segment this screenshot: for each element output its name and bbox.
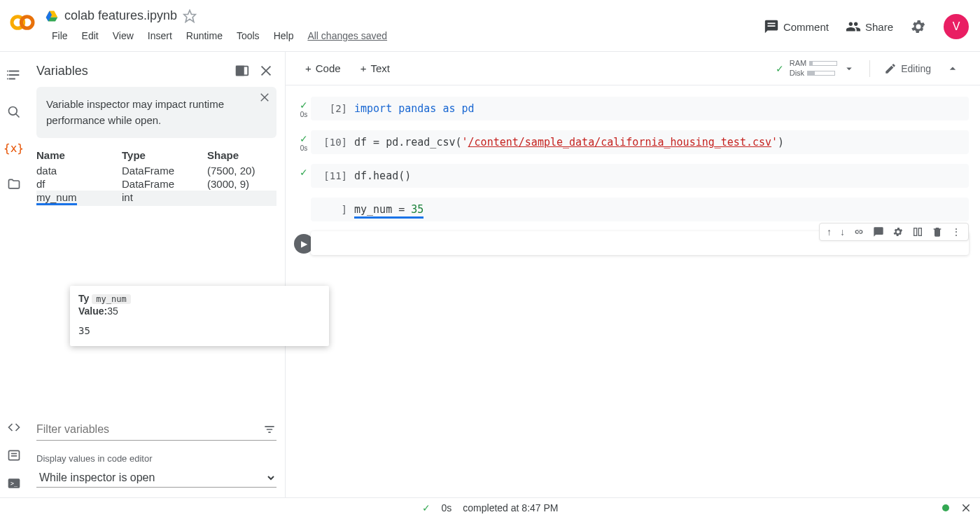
resource-indicator[interactable]: ✓ RAM Disk <box>776 59 855 77</box>
menu-file[interactable]: File <box>45 27 75 44</box>
files-icon[interactable] <box>7 177 21 191</box>
close-panel-icon[interactable] <box>258 63 274 78</box>
cell-settings-icon[interactable] <box>892 226 904 237</box>
filter-icon[interactable] <box>262 422 276 436</box>
check-icon: ✓ <box>300 133 308 144</box>
variable-tooltip: Tymy_num Value:35 35 <box>70 286 329 346</box>
col-name: Name <box>36 149 122 161</box>
code-cell-active[interactable]: ↑ ↓ ⋮ ▶ <box>297 231 969 255</box>
comment-cell-icon[interactable] <box>873 226 884 237</box>
variables-table: Name Type Shape data DataFrame (7500, 20… <box>28 146 285 206</box>
variable-name-chip: my_num <box>92 294 130 304</box>
move-down-icon[interactable]: ↓ <box>840 226 845 237</box>
code-content[interactable]: df = pd.read_csv('/content/sample_data/c… <box>354 136 784 149</box>
status-message: completed at 8:47 PM <box>463 502 558 513</box>
check-icon: ✓ <box>422 502 430 513</box>
pencil-icon <box>884 62 897 75</box>
user-avatar[interactable]: V <box>944 14 969 39</box>
share-button[interactable]: Share <box>846 19 893 34</box>
svg-rect-23 <box>918 228 921 236</box>
filter-variables-input[interactable] <box>36 419 262 440</box>
code-cell[interactable]: ✓0s [10]df = pd.read_csv('/content/sampl… <box>297 130 969 154</box>
notebook-toolbar: +Code +Text ✓ RAM Disk Editing <box>286 52 980 85</box>
var-row[interactable]: my_num int <box>36 191 276 206</box>
menu-tools[interactable]: Tools <box>230 27 267 44</box>
panel-title: Variables <box>36 64 226 78</box>
menu-runtime[interactable]: Runtime <box>179 27 230 44</box>
popout-icon[interactable] <box>234 63 250 78</box>
save-status[interactable]: All changes saved <box>300 27 394 44</box>
menu-insert[interactable]: Insert <box>141 27 179 44</box>
code-snippets-icon[interactable] <box>7 420 21 434</box>
settings-icon[interactable] <box>910 18 927 35</box>
warning-box: Variable inspector may impact runtime pe… <box>36 87 276 138</box>
menu-help[interactable]: Help <box>267 27 301 44</box>
menu-view[interactable]: View <box>106 27 141 44</box>
left-rail: {x} >_ <box>0 52 28 497</box>
check-icon: ✓ <box>300 99 308 111</box>
colab-logo-icon <box>8 8 36 36</box>
comment-icon <box>764 19 779 34</box>
close-warning-icon[interactable] <box>258 91 271 104</box>
close-status-icon[interactable] <box>960 502 972 513</box>
svg-rect-22 <box>914 228 917 236</box>
code-content[interactable]: import pandas as pd <box>354 102 475 115</box>
notebook-area: +Code +Text ✓ RAM Disk Editing ✓0s [2]i <box>286 52 980 497</box>
var-row[interactable]: data DataFrame (7500, 20) <box>36 164 276 177</box>
status-bar: ✓ 0s completed at 8:47 PM <box>0 497 980 517</box>
collapse-toolbar-icon[interactable] <box>939 58 966 79</box>
cell-action-toolbar: ↑ ↓ ⋮ <box>819 223 969 241</box>
code-content[interactable]: df.head() <box>354 170 411 182</box>
link-icon[interactable] <box>853 226 864 237</box>
move-up-icon[interactable]: ↑ <box>827 226 832 237</box>
delete-cell-icon[interactable] <box>932 226 943 237</box>
connection-status-icon[interactable] <box>942 504 949 511</box>
code-content[interactable] <box>319 237 326 249</box>
col-type: Type <box>122 149 207 161</box>
code-cell[interactable]: ✓0s [2]import pandas as pd <box>297 97 969 120</box>
mirror-cell-icon[interactable] <box>912 226 923 237</box>
star-icon[interactable] <box>183 9 197 23</box>
menu-bar: File Edit View Insert Runtime Tools Help… <box>45 27 764 44</box>
svg-point-8 <box>6 78 8 80</box>
editing-mode-button[interactable]: Editing <box>884 62 931 75</box>
status-duration: 0s <box>442 502 452 513</box>
search-icon[interactable] <box>7 105 21 119</box>
col-shape: Shape <box>207 149 276 161</box>
svg-point-6 <box>6 71 8 72</box>
code-cell[interactable]: ✓ [11]df.head() <box>297 164 969 188</box>
display-values-select[interactable]: While inspector is open <box>36 468 276 488</box>
svg-line-10 <box>15 114 19 118</box>
var-row[interactable]: df DataFrame (3000, 9) <box>36 177 276 191</box>
command-palette-icon[interactable] <box>7 448 21 462</box>
more-icon[interactable]: ⋮ <box>951 226 961 237</box>
svg-marker-5 <box>184 10 196 22</box>
menu-edit[interactable]: Edit <box>75 27 106 44</box>
svg-text:>_: >_ <box>10 480 18 487</box>
document-title[interactable]: colab features.ipynb <box>64 8 177 23</box>
check-icon: ✓ <box>776 63 784 74</box>
code-content[interactable]: my_num = 35 <box>354 203 424 216</box>
header: colab features.ipynb File Edit View Inse… <box>0 0 980 52</box>
chevron-down-icon[interactable] <box>843 62 855 75</box>
check-icon: ✓ <box>300 167 308 178</box>
variables-icon[interactable]: {x} <box>4 142 24 155</box>
variables-panel: Variables Variable inspector may impact … <box>28 52 286 497</box>
svg-point-7 <box>6 74 8 76</box>
svg-rect-17 <box>237 67 244 76</box>
svg-point-9 <box>8 107 17 116</box>
add-code-cell-button[interactable]: +Code <box>300 60 346 77</box>
share-icon <box>846 19 861 34</box>
display-values-label: Display values in code editor <box>36 453 276 464</box>
code-cell[interactable]: ]my_num = 35 <box>297 198 969 221</box>
add-text-cell-button[interactable]: +Text <box>355 60 396 77</box>
comment-button[interactable]: Comment <box>764 19 829 34</box>
drive-icon <box>45 9 59 23</box>
terminal-icon[interactable]: >_ <box>7 476 21 490</box>
toc-icon[interactable] <box>6 67 22 83</box>
svg-point-1 <box>21 17 33 29</box>
